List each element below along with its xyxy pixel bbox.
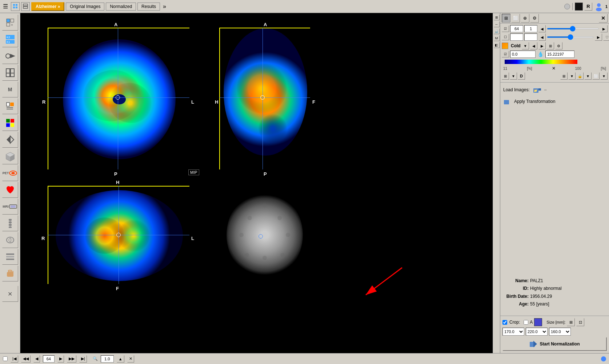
tool-flip[interactable] [2, 132, 18, 148]
rp-checkbox[interactable]: ☑ [502, 25, 509, 32]
menu-button[interactable]: ☰ [1, 2, 9, 11]
bottom-rect-btn[interactable]: ⬜ [592, 72, 600, 80]
normalized-tab[interactable]: Normalized [106, 3, 136, 11]
nav-end-button[interactable]: ▶| [79, 355, 87, 363]
crop-checkbox[interactable] [502, 320, 507, 325]
percent-symbol-right: [%] [601, 67, 606, 71]
colormap-icon[interactable] [502, 43, 508, 49]
size-x-select[interactable]: 170.0 [502, 328, 524, 336]
tool-hand[interactable] [2, 265, 18, 281]
tool-pet[interactable]: PET [2, 165, 18, 181]
axial-label-top: A [114, 22, 117, 27]
zoom-up-btn[interactable]: ▲ [117, 355, 124, 363]
bottom-checkbox[interactable] [3, 356, 8, 361]
tool-m[interactable]: M [2, 81, 18, 97]
svg-rect-9 [11, 19, 14, 22]
frame-input[interactable] [43, 355, 55, 363]
slice-right-btn[interactable]: ▶ [600, 25, 608, 32]
user-icon[interactable] [594, 1, 604, 12]
colormap-checkbox[interactable]: ☑ [502, 51, 509, 57]
dropper-icon[interactable]: 💧 [537, 51, 544, 57]
nav-prev-prev-button[interactable]: ◀◀ [21, 355, 31, 363]
ve-icon-3[interactable]: 🔬 [494, 28, 500, 34]
toolbar-icon-2[interactable] [21, 2, 30, 11]
size-crop-icon[interactable]: ⊡ [576, 318, 584, 326]
bottom-d-btn[interactable]: D [518, 72, 525, 80]
slice-number-input[interactable] [510, 25, 523, 32]
size-z-select[interactable]: 160.0 [549, 328, 571, 336]
bottom-lock-btn[interactable]: 🔒 [576, 72, 584, 80]
colormap-min-input[interactable] [510, 51, 536, 58]
r-button[interactable]: R [584, 3, 592, 11]
slice-slider[interactable] [547, 28, 599, 29]
size-y-select[interactable]: 220.0 [526, 328, 548, 336]
secondary-slider[interactable] [547, 36, 594, 38]
ve-icon-4[interactable]: M [494, 35, 500, 41]
rp-close-button[interactable]: ✕ [599, 14, 608, 23]
bottom-dropdown-btn[interactable]: ▼ [510, 72, 517, 80]
tool-brain[interactable] [2, 232, 18, 248]
ve-icon-1[interactable]: ⊞ [494, 15, 500, 20]
colormap-expand-btn[interactable]: ⊞ [547, 42, 554, 49]
center-canvas[interactable]: A P R L A P H F MIP H F R L [20, 13, 500, 353]
secondary-right-btn[interactable]: ▶ [595, 33, 602, 41]
nav-next-button[interactable]: ▶ [57, 355, 64, 363]
tool-zoom[interactable] [2, 65, 18, 81]
tool-window[interactable] [2, 48, 18, 64]
svg-point-6 [597, 3, 601, 7]
tool-brush[interactable] [2, 115, 18, 131]
toolbar-icon-1[interactable] [11, 2, 20, 11]
zoom-close-btn[interactable]: ✕ [127, 355, 134, 363]
ve-icon-5[interactable]: ◧ [494, 42, 500, 48]
nav-start-button[interactable]: |◀ [11, 355, 18, 363]
nav-next-next-button[interactable]: ▶▶ [67, 355, 76, 363]
axial-label-bottom: P [114, 171, 117, 177]
crop-color-box[interactable] [534, 318, 542, 326]
zoom-input[interactable] [101, 355, 114, 363]
slice-left-btn[interactable]: ◀ [538, 25, 546, 32]
ve-icon-2[interactable]: ↔ [494, 21, 500, 27]
alzheimer-tab[interactable]: Alzheimer » [31, 2, 64, 11]
bottom-dropdown2-btn[interactable]: ▼ [568, 72, 576, 80]
tool-mri[interactable]: MRI [2, 199, 18, 215]
tool-cursor[interactable]: K2K1 [2, 31, 18, 47]
rp-icon-grid[interactable]: ⊞ [502, 14, 510, 23]
secondary-left-btn[interactable]: ◀ [538, 33, 546, 41]
svg-rect-40 [9, 219, 12, 221]
secondary-input2[interactable] [524, 33, 537, 41]
bottom-grid2-btn[interactable]: ⊞ [560, 72, 568, 80]
apply-transformation-row[interactable]: Apply Transformation [503, 97, 606, 106]
load-images-icon[interactable]: 📁 [533, 85, 541, 94]
tool-spine[interactable] [2, 215, 18, 231]
rp-icon-crosshair[interactable]: ⊕ [521, 14, 529, 23]
tool-3d[interactable] [2, 148, 18, 164]
slice-total-input[interactable] [524, 25, 537, 32]
colormap-max-input[interactable] [545, 51, 574, 58]
tool-list[interactable] [2, 249, 18, 265]
bottom-grid-btn[interactable]: ⊞ [502, 72, 509, 80]
tool-pencil[interactable] [2, 98, 18, 114]
viewer-edge-icons: ⊞ ↔ 🔬 M ◧ [493, 13, 500, 353]
colormap-dropdown-btn[interactable]: ▼ [522, 42, 529, 49]
size-grid-icon[interactable]: ⊞ [567, 318, 575, 326]
heart-icon-btn[interactable]: ♡ [603, 33, 609, 41]
tool-add[interactable]: + [2, 15, 18, 31]
results-tab[interactable]: Results [137, 3, 160, 11]
more-tabs-button[interactable]: » [161, 3, 168, 11]
colormap-left-btn[interactable]: ◀ [530, 42, 537, 49]
start-normalization-button[interactable]: Start Normalization [502, 337, 607, 351]
nav-prev-button[interactable]: ◀ [33, 355, 40, 363]
display-icon[interactable] [575, 3, 583, 11]
secondary-input1[interactable] [510, 33, 523, 41]
rp-icon-window[interactable]: ⬜ [511, 14, 520, 23]
original-images-tab[interactable]: Original Images [66, 3, 104, 11]
crop-a-checkbox[interactable] [524, 320, 528, 325]
colormap-settings-btn[interactable]: ⚙ [555, 42, 562, 49]
rp-icon-settings[interactable]: ⚙ [530, 14, 539, 23]
bottom-dropdown3-btn[interactable]: ▼ [584, 72, 592, 80]
tool-close[interactable]: ✕ [2, 286, 18, 302]
bottom-dropdown4-btn[interactable]: ▼ [600, 72, 608, 80]
tool-heart[interactable] [2, 182, 18, 198]
rp-checkbox2[interactable]: ☐ [502, 34, 509, 40]
colormap-right-btn[interactable]: ▶ [538, 42, 546, 49]
